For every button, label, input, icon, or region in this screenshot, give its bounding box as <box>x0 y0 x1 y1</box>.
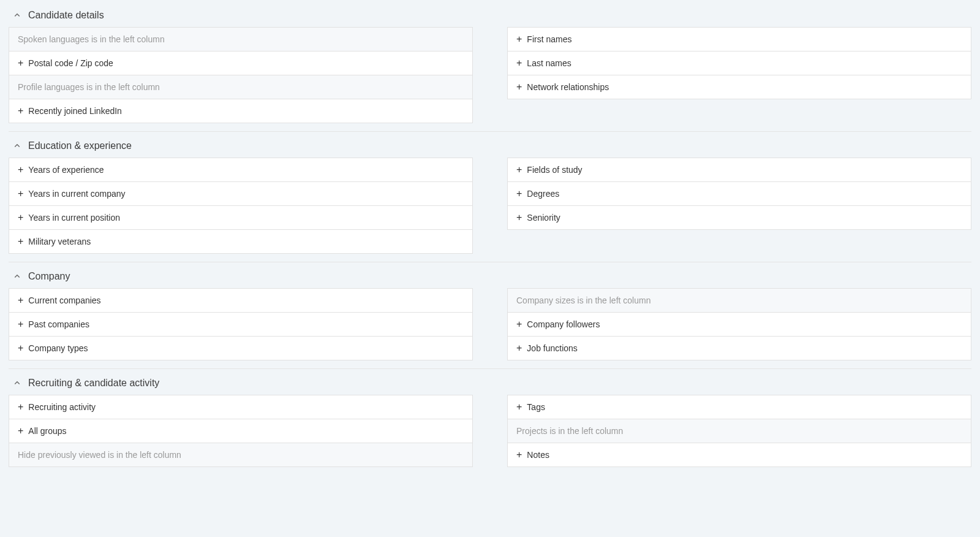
filter-past-companies[interactable]: + Past companies <box>9 312 473 337</box>
plus-icon: + <box>516 402 522 412</box>
filter-first-names[interactable]: + First names <box>507 27 971 51</box>
filter-label: Company types <box>28 343 88 353</box>
filter-years-current-company[interactable]: + Years in current company <box>9 181 473 206</box>
section-header-recruiting-activity[interactable]: Recruiting & candidate activity <box>9 374 971 395</box>
plus-icon: + <box>18 189 23 199</box>
filter-current-companies[interactable]: + Current companies <box>9 288 473 313</box>
plus-icon: + <box>18 426 23 436</box>
filter-label: Projects is in the left column <box>516 426 623 436</box>
filter-tags[interactable]: + Tags <box>507 395 971 419</box>
plus-icon: + <box>18 402 23 412</box>
filter-spoken-languages-disabled: Spoken languages is in the left column <box>9 27 473 51</box>
filter-label: Current companies <box>28 295 100 305</box>
filter-label: Recruiting activity <box>28 402 96 412</box>
plus-icon: + <box>18 106 23 116</box>
chevron-up-icon <box>13 142 21 150</box>
filter-label: Hide previously viewed is in the left co… <box>18 450 181 460</box>
filter-label: Recently joined LinkedIn <box>28 106 122 116</box>
section-education-experience: Education & experience + Years of experi… <box>9 137 971 253</box>
plus-icon: + <box>18 213 23 223</box>
filter-label: Profile languages is in the left column <box>18 82 160 92</box>
left-column: + Years of experience + Years in current… <box>9 158 473 253</box>
section-company: Company + Current companies + Past compa… <box>9 267 971 360</box>
filter-label: Years of experience <box>28 165 104 175</box>
plus-icon: + <box>516 343 522 353</box>
chevron-up-icon <box>13 12 21 19</box>
left-column: + Current companies + Past companies + C… <box>9 288 473 360</box>
plus-icon: + <box>516 58 522 68</box>
plus-icon: + <box>18 343 23 353</box>
filter-profile-languages-disabled: Profile languages is in the left column <box>9 75 473 99</box>
left-column: + Recruiting activity + All groups Hide … <box>9 395 473 467</box>
plus-icon: + <box>18 58 23 68</box>
columns: + Recruiting activity + All groups Hide … <box>9 395 971 467</box>
filter-hide-previously-viewed-disabled: Hide previously viewed is in the left co… <box>9 443 473 467</box>
filter-company-followers[interactable]: + Company followers <box>507 312 971 337</box>
left-column: Spoken languages is in the left column +… <box>9 27 473 123</box>
plus-icon: + <box>516 213 522 223</box>
section-header-company[interactable]: Company <box>9 267 971 288</box>
filter-label: Tags <box>527 402 545 412</box>
filter-label: Company sizes is in the left column <box>516 295 650 305</box>
filter-label: Years in current position <box>28 213 120 223</box>
plus-icon: + <box>18 319 23 329</box>
right-column: + First names + Last names + Network rel… <box>507 27 971 123</box>
filter-label: Degrees <box>527 189 559 199</box>
right-column: + Fields of study + Degrees + Seniority <box>507 158 971 253</box>
divider <box>9 131 971 132</box>
filter-company-sizes-disabled: Company sizes is in the left column <box>507 288 971 313</box>
divider <box>9 368 971 369</box>
filter-label: Postal code / Zip code <box>28 58 113 68</box>
filter-all-groups[interactable]: + All groups <box>9 419 473 443</box>
plus-icon: + <box>18 295 23 305</box>
plus-icon: + <box>516 319 522 329</box>
divider <box>9 262 971 262</box>
filter-fields-of-study[interactable]: + Fields of study <box>507 158 971 182</box>
filter-military-veterans[interactable]: + Military veterans <box>9 229 473 254</box>
filter-label: All groups <box>28 426 66 436</box>
filter-recruiting-activity[interactable]: + Recruiting activity <box>9 395 473 419</box>
filter-label: Notes <box>527 450 549 460</box>
filter-seniority[interactable]: + Seniority <box>507 205 971 230</box>
filter-job-functions[interactable]: + Job functions <box>507 336 971 360</box>
section-title: Candidate details <box>28 10 104 21</box>
filter-label: Network relationships <box>527 82 609 92</box>
section-candidate-details: Candidate details Spoken languages is in… <box>9 6 971 123</box>
right-column: Company sizes is in the left column + Co… <box>507 288 971 360</box>
section-header-candidate-details[interactable]: Candidate details <box>9 6 971 27</box>
filter-years-current-position[interactable]: + Years in current position <box>9 205 473 230</box>
filter-notes[interactable]: + Notes <box>507 443 971 467</box>
section-title: Recruiting & candidate activity <box>28 378 159 389</box>
plus-icon: + <box>18 165 23 175</box>
plus-icon: + <box>516 189 522 199</box>
columns: Spoken languages is in the left column +… <box>9 27 971 123</box>
plus-icon: + <box>516 450 522 460</box>
filter-last-names[interactable]: + Last names <box>507 51 971 75</box>
filter-label: Spoken languages is in the left column <box>18 34 165 44</box>
filter-label: Last names <box>527 58 571 68</box>
plus-icon: + <box>516 82 522 92</box>
filter-postal-code[interactable]: + Postal code / Zip code <box>9 51 473 75</box>
filter-degrees[interactable]: + Degrees <box>507 181 971 206</box>
right-column: + Tags Projects is in the left column + … <box>507 395 971 467</box>
filter-label: Seniority <box>527 213 560 223</box>
filter-label: Past companies <box>28 319 89 329</box>
columns: + Current companies + Past companies + C… <box>9 288 971 360</box>
filter-projects-disabled: Projects is in the left column <box>507 419 971 443</box>
filter-label: Years in current company <box>28 189 125 199</box>
filter-label: Job functions <box>527 343 578 353</box>
plus-icon: + <box>516 34 522 44</box>
filter-label: Fields of study <box>527 165 582 175</box>
filter-label: Military veterans <box>28 237 91 246</box>
columns: + Years of experience + Years in current… <box>9 158 971 253</box>
chevron-up-icon <box>13 273 21 280</box>
filter-company-types[interactable]: + Company types <box>9 336 473 360</box>
filter-years-of-experience[interactable]: + Years of experience <box>9 158 473 182</box>
section-title: Education & experience <box>28 140 132 151</box>
filter-recently-joined-linkedin[interactable]: + Recently joined LinkedIn <box>9 99 473 123</box>
section-header-education-experience[interactable]: Education & experience <box>9 137 971 158</box>
chevron-up-icon <box>13 379 21 387</box>
plus-icon: + <box>18 237 23 246</box>
filter-network-relationships[interactable]: + Network relationships <box>507 75 971 99</box>
section-title: Company <box>28 271 70 282</box>
